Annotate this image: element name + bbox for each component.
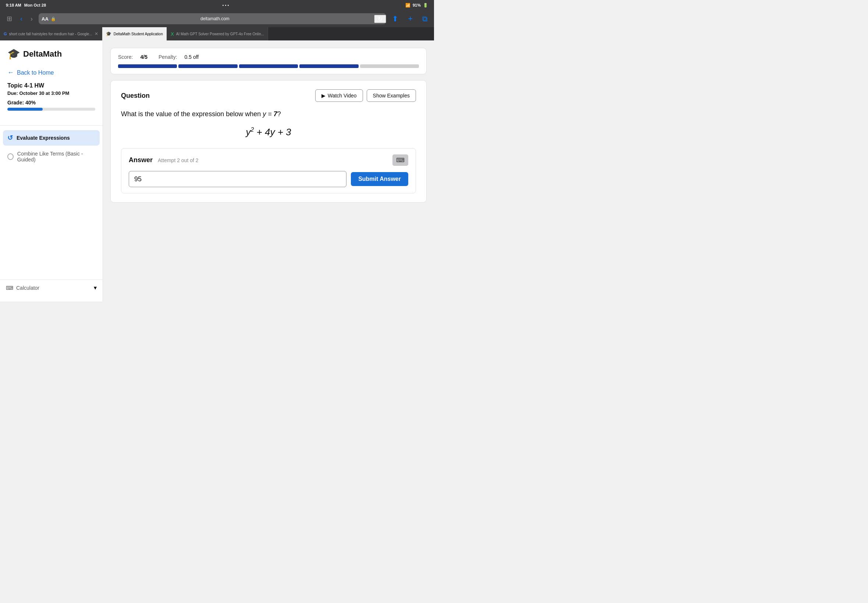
answer-label: Answer [129, 156, 153, 164]
tab-aimath[interactable]: Ⅹ AI Math GPT Solver Powered by GPT-4o F… [167, 27, 268, 40]
due-date: October 30 at 3:00 PM [20, 90, 70, 96]
tabs-button[interactable]: ⧉ [420, 14, 430, 24]
sidebar-item-evaluate[interactable]: ↺ Evaluate Expressions [3, 130, 100, 145]
app-container: 🎓 DeltaMath ← Back to Home Topic 4-1 HW … [0, 40, 434, 302]
tab-google[interactable]: G short cute fall hairstyles for medium … [0, 27, 102, 40]
calculator-text: Calculator [16, 285, 39, 291]
question-header: Question ▶ Watch Video Show Examples [121, 89, 416, 102]
inactive-topic-icon [7, 153, 14, 160]
aimath-tab-label: AI Math GPT Solver Powered by GPT-4o Fre… [176, 32, 264, 36]
dot1 [223, 5, 224, 6]
reload-button[interactable]: ↻ [374, 15, 386, 23]
aimath-tab-icon: Ⅹ [171, 31, 174, 37]
back-button[interactable]: ‹ [18, 14, 25, 23]
submit-label: Submit Answer [358, 176, 401, 182]
deltamath-tab-label: DeltaMath Student Application [114, 32, 163, 36]
sidebar-divider [0, 125, 103, 126]
progress-bar-5 [360, 64, 419, 68]
status-bar: 9:18 AM Mon Oct 28 📶 91% 🔋 [0, 0, 434, 10]
progress-bar-1 [118, 64, 177, 68]
sidebar-hw-info: Topic 4-1 HW Due: October 30 at 3:00 PM … [0, 82, 103, 122]
variable-y: y [270, 127, 275, 138]
keyboard-toggle-button[interactable]: ⌨ [393, 155, 408, 166]
deltamath-tab-icon: 🎓 [106, 31, 111, 36]
score-value: 4/5 [140, 54, 147, 60]
math-expression: y2 + 4y + 3 [121, 127, 416, 138]
answer-header: Answer Attempt 2 out of 2 ⌨ [129, 155, 408, 166]
battery-pct: 91% [413, 3, 421, 7]
attempt-text: Attempt 2 out of 2 [158, 158, 199, 163]
show-examples-label: Show Examples [373, 93, 410, 99]
question-title: Question [121, 92, 150, 100]
browser-tabs: G short cute fall hairstyles for medium … [0, 27, 434, 40]
question-body: What is the value of the expression belo… [121, 110, 261, 118]
answer-section: Answer Attempt 2 out of 2 ⌨ Submit Answe… [121, 148, 416, 193]
combine-like-terms-label: Combine Like Terms (Basic - Guided) [17, 151, 95, 162]
url-bar[interactable]: AA 🔒 deltamath.com ↻ [39, 13, 386, 24]
play-icon: ▶ [322, 93, 325, 99]
question-text: What is the value of the expression belo… [121, 109, 416, 119]
dot2 [225, 5, 226, 6]
answer-input[interactable] [129, 171, 347, 187]
google-tab-label: short cute fall hairstyles for medium ha… [9, 32, 92, 36]
score-card: Score: 4/5 Penalty: 0.5 off [110, 48, 427, 74]
question-buttons: ▶ Watch Video Show Examples [315, 89, 416, 102]
hw-due: Due: October 30 at 3:00 PM [7, 90, 95, 96]
grade-bar-container [7, 108, 95, 111]
penalty-value: 0.5 off [185, 54, 199, 60]
tab-deltamath[interactable]: 🎓 DeltaMath Student Application [102, 27, 167, 40]
add-tab-button[interactable]: + [406, 13, 415, 24]
browser-toolbar: ⊞ ‹ › AA 🔒 deltamath.com ↻ ⬆ + ⧉ [0, 10, 434, 27]
main-content: Score: 4/5 Penalty: 0.5 off Question ▶ [103, 40, 434, 302]
calculator-label-area: ⌨ Calculator [6, 285, 39, 291]
logo-area: 🎓 DeltaMath [0, 46, 103, 66]
watch-video-label: Watch Video [328, 93, 357, 99]
sidebar-toggle-button[interactable]: ⊞ [5, 14, 14, 23]
dot3 [227, 5, 229, 6]
status-day: Mon Oct 28 [24, 3, 46, 7]
answer-title-row: Answer Attempt 2 out of 2 [129, 156, 199, 164]
show-examples-button[interactable]: Show Examples [367, 89, 416, 102]
share-button[interactable]: ⬆ [390, 14, 401, 24]
evaluate-expressions-label: Evaluate Expressions [17, 135, 70, 141]
calculator-section[interactable]: ⌨ Calculator ▾ [0, 280, 103, 295]
url-prefix: AA [39, 16, 48, 22]
grade-label: Grade: 40% [7, 100, 95, 105]
variable: y [263, 110, 266, 118]
watch-video-button[interactable]: ▶ Watch Video [315, 89, 363, 102]
url-text: deltamath.com [58, 16, 372, 21]
logo-icon: 🎓 [7, 48, 20, 60]
due-prefix: Due: [7, 90, 18, 96]
variable-expr: y [246, 127, 251, 138]
lock-icon: 🔒 [51, 17, 56, 21]
answer-input-row: Submit Answer [129, 171, 408, 187]
battery-icon: 🔋 [423, 3, 428, 8]
penalty-prefix: Penalty: [158, 54, 177, 60]
progress-bar-2 [178, 64, 237, 68]
exponent: 2 [251, 127, 254, 133]
calculator-icon: ⌨ [6, 285, 13, 291]
google-tab-icon: G [4, 32, 7, 36]
back-arrow-icon: ← [7, 69, 14, 76]
back-label: Back to Home [17, 70, 54, 76]
score-prefix: Score: [118, 54, 133, 60]
toolbar-actions: ⬆ + ⧉ [390, 13, 430, 24]
back-to-home-link[interactable]: ← Back to Home [0, 66, 103, 82]
progress-bar-3 [239, 64, 298, 68]
question-card: Question ▶ Watch Video Show Examples Wha… [110, 80, 427, 203]
status-time: 9:18 AM [6, 3, 21, 7]
forward-button[interactable]: › [28, 14, 35, 23]
hw-title: Topic 4-1 HW [7, 82, 95, 89]
score-row: Score: 4/5 Penalty: 0.5 off [118, 54, 419, 60]
progress-bar-4 [299, 64, 358, 68]
value: 7 [274, 110, 277, 118]
active-topic-icon: ↺ [7, 134, 13, 142]
submit-answer-button[interactable]: Submit Answer [351, 172, 408, 186]
wifi-icon: 📶 [405, 3, 410, 8]
logo-text: DeltaMath [23, 49, 62, 59]
sidebar-item-combine[interactable]: Combine Like Terms (Basic - Guided) [3, 147, 100, 166]
tab-close-google[interactable]: ✕ [94, 31, 98, 36]
progress-bars [118, 64, 419, 68]
sidebar: 🎓 DeltaMath ← Back to Home Topic 4-1 HW … [0, 40, 103, 302]
grade-bar [7, 108, 43, 111]
